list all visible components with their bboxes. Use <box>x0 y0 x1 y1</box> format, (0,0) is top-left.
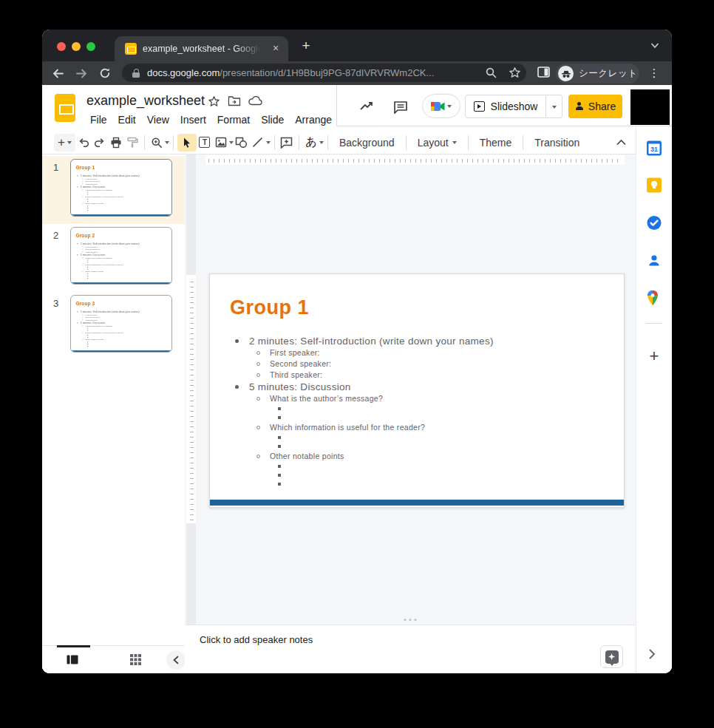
slideshow-options-button[interactable] <box>546 95 562 118</box>
tab-search-chevron-icon[interactable] <box>648 41 662 51</box>
grid-view-icon[interactable] <box>130 654 142 665</box>
speaker-notes-placeholder[interactable]: Click to add speaker notes <box>200 634 313 645</box>
document-title[interactable]: example_worksheet <box>86 93 205 109</box>
slide-thumbnail[interactable]: Group 22 minutes: Self-introduction (wri… <box>70 227 172 285</box>
zoom-caret-icon[interactable] <box>165 141 169 146</box>
slide-thumbnail[interactable]: Group 32 minutes: Self-introduction (wri… <box>70 295 172 353</box>
select-tool-button[interactable] <box>177 134 197 152</box>
back-button[interactable] <box>49 64 67 82</box>
menu-format[interactable]: Format <box>215 113 252 126</box>
url-path: /presentation/d/1H9Bbuj9PG-87dIVRVRWm2CK… <box>220 67 434 78</box>
gemini-sparkle-button[interactable] <box>600 645 623 668</box>
current-slide[interactable]: Group 12 minutes: Self-introduction (wri… <box>209 273 625 508</box>
activity-dashboard-icon[interactable] <box>359 101 375 114</box>
star-document-icon[interactable] <box>208 95 220 108</box>
menu-bar: FileEditViewInsertFormatSlideArrangeTool <box>88 112 364 128</box>
forward-button[interactable] <box>72 64 90 82</box>
search-icon[interactable] <box>485 67 497 79</box>
slide-thumbnail-row-1[interactable]: 1Group 12 minutes: Self-introduction (wr… <box>42 156 185 224</box>
bullet-marker-icon <box>256 426 260 429</box>
url-domain: docs.google.com <box>147 67 220 78</box>
insert-comment-button[interactable] <box>279 134 295 152</box>
transition-button[interactable]: Transition <box>527 137 587 149</box>
bullet-marker-icon <box>82 333 83 333</box>
bullet-marker-icon <box>87 273 88 274</box>
slide-thumbnail-row-3[interactable]: 3Group 32 minutes: Self-introduction (wr… <box>42 292 185 360</box>
close-window-button[interactable] <box>57 42 66 51</box>
url-bar[interactable]: docs.google.com/presentation/d/1H9Bbuj9P… <box>122 64 526 82</box>
move-folder-icon[interactable] <box>228 95 240 108</box>
tasks-icon[interactable] <box>647 215 662 231</box>
slideshow-label: Slideshow <box>491 101 538 112</box>
slideshow-button[interactable]: Slideshow <box>465 95 546 118</box>
insert-image-button[interactable] <box>213 134 229 152</box>
slide-title: Group 1 <box>76 165 95 170</box>
bullet-marker-icon <box>87 210 88 211</box>
bullet-text: First speaker: <box>270 348 320 357</box>
menu-arrange[interactable]: Arrange <box>293 113 334 126</box>
menu-edit[interactable]: Edit <box>116 113 138 126</box>
insert-line-button[interactable] <box>250 134 266 152</box>
undo-button[interactable] <box>75 134 92 152</box>
zoom-button[interactable] <box>149 134 165 152</box>
background-button[interactable]: Background <box>332 137 402 149</box>
show-side-panel-icon[interactable] <box>649 649 659 661</box>
theme-button[interactable]: Theme <box>472 137 520 149</box>
paint-format-button[interactable] <box>124 134 140 152</box>
print-button[interactable] <box>108 134 124 152</box>
filmstrip-view-indicator <box>57 645 90 647</box>
maps-icon[interactable] <box>647 290 662 305</box>
bullet-marker-icon <box>82 246 83 247</box>
new-tab-button[interactable]: + <box>296 37 316 55</box>
menu-slide[interactable]: Slide <box>259 113 286 126</box>
menu-view[interactable]: View <box>145 113 171 126</box>
text-box-button[interactable]: T <box>197 134 213 152</box>
new-slide-button[interactable]: + <box>54 134 75 152</box>
reload-button[interactable] <box>96 64 114 82</box>
notes-resize-handle[interactable] <box>404 619 417 621</box>
slide-canvas[interactable]: Group 12 minutes: Self-introduction (wri… <box>185 154 636 625</box>
bullet-marker-icon <box>77 322 78 323</box>
tab-close-icon[interactable]: × <box>269 42 282 55</box>
layout-button[interactable]: Layout <box>410 137 464 149</box>
bookmark-star-icon[interactable] <box>509 67 521 79</box>
slide-bullet-level2: Third speaker: <box>210 370 616 381</box>
collapse-toolbar-icon[interactable] <box>616 137 627 147</box>
contacts-icon[interactable] <box>647 253 662 268</box>
bullet-marker-icon <box>82 257 83 258</box>
comments-icon[interactable] <box>393 101 409 114</box>
bullet-marker-icon <box>82 203 83 204</box>
collapse-filmstrip-button[interactable] <box>166 650 186 670</box>
user-avatar[interactable] <box>630 89 670 125</box>
line-caret-icon[interactable] <box>266 141 271 146</box>
insert-shape-button[interactable] <box>234 134 250 152</box>
filmstrip-view-icon[interactable] <box>67 654 78 665</box>
menu-file[interactable]: File <box>88 113 109 126</box>
slide-thumbnail[interactable]: Group 12 minutes: Self-introduction (wri… <box>70 159 172 217</box>
side-panel-icon[interactable] <box>537 67 550 78</box>
redo-button[interactable] <box>92 134 108 152</box>
bullet-marker-icon <box>278 436 281 439</box>
slide-thumbnail-row-2[interactable]: 2Group 22 minutes: Self-introduction (wr… <box>42 224 185 292</box>
incognito-label: シークレット <box>579 64 637 84</box>
share-button[interactable]: Share <box>568 95 622 118</box>
slide-bullet-level3 <box>71 209 169 211</box>
input-tools-button[interactable]: あ <box>303 134 319 152</box>
new-slide-caret-icon[interactable] <box>67 141 72 146</box>
meet-call-button[interactable] <box>422 94 460 118</box>
fullscreen-window-button[interactable] <box>86 42 95 51</box>
keep-icon[interactable] <box>647 177 662 193</box>
browser-tab[interactable]: example_worksheet - Google S × <box>115 36 288 61</box>
slide-title: Group 1 <box>230 296 309 319</box>
slide-bullet-level3 <box>210 462 616 471</box>
menu-insert[interactable]: Insert <box>178 113 208 126</box>
bullet-marker-icon <box>87 346 88 347</box>
slides-logo-icon[interactable] <box>55 94 75 122</box>
minimize-window-button[interactable] <box>72 42 81 51</box>
get-addons-button[interactable]: + <box>650 347 659 366</box>
cloud-saved-icon[interactable] <box>248 95 261 108</box>
thumbnail-slide-preview: Group 22 minutes: Self-introduction (wri… <box>71 228 171 285</box>
browser-menu-icon[interactable]: ⋮ <box>648 63 660 84</box>
calendar-icon[interactable]: 31 <box>647 140 662 156</box>
input-tools-caret-icon[interactable] <box>319 141 324 146</box>
